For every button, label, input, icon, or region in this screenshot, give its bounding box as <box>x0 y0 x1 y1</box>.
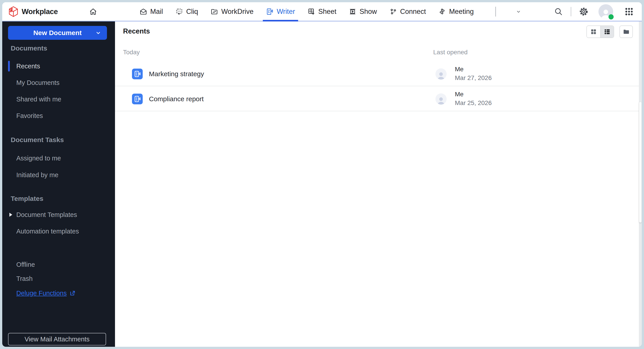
online-status-dot <box>608 14 614 20</box>
main-panel: Recents <box>115 22 642 347</box>
deluge-functions-link[interactable]: Deluge Functions <box>16 289 76 298</box>
scrollbar-track[interactable] <box>639 22 642 347</box>
nav-tab-label: Writer <box>277 8 295 16</box>
nav-tab-label: Mail <box>150 8 163 16</box>
list-view-icon <box>604 28 610 35</box>
home-button[interactable] <box>89 7 98 16</box>
owner-name: Me <box>455 91 492 98</box>
last-opened-cell: Me Mar 25, 2026 <box>455 91 492 107</box>
last-opened-date: Mar 27, 2026 <box>455 74 492 82</box>
sidebar-item-shared-with-me[interactable]: Shared with me <box>16 95 113 104</box>
document-name: Compliance report <box>149 87 204 111</box>
document-row[interactable]: Marketing strategy Me Mar 27, 2026 <box>115 62 642 86</box>
workdrive-icon <box>210 8 218 16</box>
new-document-label: New Document <box>33 29 82 37</box>
nav-tab-label: Meeting <box>449 8 474 16</box>
app-window: Workplace Mail <box>2 2 642 347</box>
settings-button[interactable] <box>579 7 588 17</box>
owner-avatar <box>436 93 446 105</box>
mail-icon <box>140 8 147 16</box>
nav-tab-sheet[interactable]: Sheet <box>308 2 336 21</box>
connect-icon <box>390 8 397 16</box>
sidebar-item-document-templates[interactable]: Document Templates <box>16 210 113 219</box>
view-toggle-group <box>586 26 614 38</box>
workplace-brand[interactable]: Workplace <box>8 6 58 17</box>
list-view-button[interactable] <box>600 26 614 38</box>
sidebar-item-initiated-by-me[interactable]: Initiated by me <box>16 170 113 179</box>
document-row[interactable]: Compliance report Me Mar 25, 2026 <box>115 87 642 111</box>
view-controls <box>586 26 633 38</box>
owner-name: Me <box>455 66 492 73</box>
more-apps-chevron[interactable] <box>516 9 522 15</box>
owner-avatar <box>436 68 446 80</box>
grid-view-button[interactable] <box>587 26 600 38</box>
top-header-bar: Workplace Mail <box>2 2 642 22</box>
expand-triangle-icon[interactable] <box>10 213 12 217</box>
nav-tab-connect[interactable]: Connect <box>390 2 426 21</box>
document-name: Marketing strategy <box>149 62 204 86</box>
meeting-icon <box>438 8 446 16</box>
nav-tab-cliq[interactable]: Cliq <box>176 2 198 21</box>
zoho-cube-logo-icon <box>8 6 18 17</box>
nav-divider <box>495 7 496 17</box>
grid-view-icon <box>590 29 597 35</box>
writer-icon <box>266 8 274 16</box>
brand-title: Workplace <box>22 7 58 16</box>
sidebar-item-trash[interactable]: Trash <box>16 274 113 283</box>
section-header-templates: Templates <box>11 194 43 203</box>
search-icon <box>554 7 563 16</box>
view-mail-attachments-label: View Mail Attachments <box>24 335 90 343</box>
folder-view-button[interactable] <box>620 26 633 38</box>
nav-tab-mail[interactable]: Mail <box>140 2 163 21</box>
writer-document-icon <box>132 94 143 104</box>
user-avatar[interactable] <box>598 4 613 19</box>
new-document-button[interactable]: New Document <box>8 26 107 40</box>
nav-tab-writer[interactable]: Writer <box>266 2 295 21</box>
nav-tab-label: Sheet <box>318 8 336 16</box>
nav-tab-label: Show <box>360 8 377 16</box>
column-header-last-opened: Last opened <box>433 48 468 57</box>
scrollbar-thumb[interactable] <box>639 102 642 223</box>
section-header-documents: Documents <box>11 44 47 53</box>
external-link-icon <box>70 290 76 296</box>
nav-tab-label: Cliq <box>186 8 198 16</box>
sidebar-item-my-documents[interactable]: My Documents <box>16 78 113 87</box>
sidebar-item-offline[interactable]: Offline <box>16 260 113 269</box>
header-right-cluster <box>554 4 634 19</box>
chevron-down-icon <box>516 9 522 15</box>
sidebar-item-recents[interactable]: Recents <box>16 62 113 71</box>
writer-document-icon <box>132 69 143 79</box>
group-label-today: Today <box>123 48 140 57</box>
home-icon <box>89 7 98 16</box>
apps-grid-button[interactable] <box>624 7 634 16</box>
content-area: New Document Documents Recents My Docume… <box>2 22 642 347</box>
active-item-indicator <box>8 61 10 72</box>
sidebar-item-favorites[interactable]: Favorites <box>16 111 113 120</box>
deluge-functions-label: Deluge Functions <box>16 289 67 298</box>
chevron-down-icon[interactable] <box>95 30 102 36</box>
nav-tab-workdrive[interactable]: WorkDrive <box>210 2 254 21</box>
cliq-icon <box>176 8 183 16</box>
sheet-icon <box>308 8 315 16</box>
sidebar-item-automation-templates[interactable]: Automation templates <box>16 227 113 236</box>
search-button[interactable] <box>554 7 563 16</box>
header-divider <box>571 7 571 16</box>
app-switcher-nav: Mail Cliq <box>140 2 522 21</box>
settings-gear-icon <box>579 7 588 17</box>
last-opened-date: Mar 25, 2026 <box>455 99 492 107</box>
page-title: Recents <box>123 27 150 35</box>
nav-tab-meeting[interactable]: Meeting <box>438 2 474 21</box>
folder-view-icon <box>623 28 630 35</box>
sidebar-item-assigned-to-me[interactable]: Assigned to me <box>16 154 113 163</box>
section-header-document-tasks: Document Tasks <box>11 135 64 144</box>
apps-grid-icon <box>624 7 634 16</box>
last-opened-cell: Me Mar 27, 2026 <box>455 66 492 82</box>
view-mail-attachments-button[interactable]: View Mail Attachments <box>8 333 106 345</box>
nav-tab-show[interactable]: Show <box>349 2 377 21</box>
nav-tab-label: WorkDrive <box>221 8 254 16</box>
show-icon <box>349 8 356 16</box>
nav-tab-label: Connect <box>400 8 426 16</box>
sidebar: New Document Documents Recents My Docume… <box>2 22 115 347</box>
